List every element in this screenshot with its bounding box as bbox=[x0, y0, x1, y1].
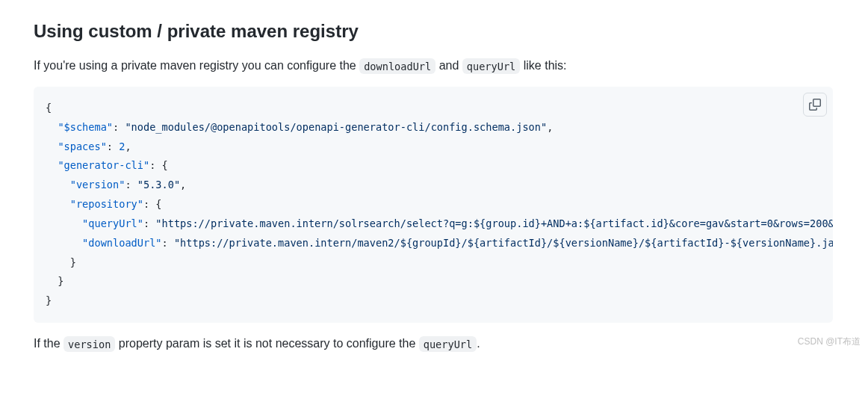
code-indent bbox=[46, 198, 70, 210]
section-heading: Using custom / private maven registry bbox=[34, 18, 833, 45]
code-indent bbox=[46, 140, 58, 152]
intro-text-2: and bbox=[435, 59, 462, 72]
code-comma: , bbox=[180, 179, 186, 191]
code-sep: : bbox=[162, 237, 174, 249]
code-key: "repository" bbox=[70, 198, 143, 210]
inline-code-version: version bbox=[63, 336, 115, 352]
code-indent bbox=[46, 217, 82, 229]
outro-text-1: If the bbox=[34, 337, 63, 350]
code-sep: : bbox=[113, 121, 125, 133]
code-content[interactable]: { "$schema": "node_modules/@openapitools… bbox=[34, 87, 833, 323]
code-indent bbox=[46, 159, 58, 171]
code-string: "https://private.maven.intern/solrsearch… bbox=[155, 217, 833, 229]
code-key: "version" bbox=[70, 179, 125, 191]
code-sep: : bbox=[125, 179, 137, 191]
code-key: "spaces" bbox=[58, 140, 106, 152]
code-key: "downloadUrl" bbox=[82, 237, 161, 249]
code-line: { bbox=[46, 102, 52, 114]
code-key: "queryUrl" bbox=[82, 217, 143, 229]
code-string: "https://private.maven.intern/maven2/${g… bbox=[174, 237, 833, 249]
code-indent bbox=[46, 237, 82, 249]
inline-code-queryurl-2: queryUrl bbox=[419, 336, 477, 352]
copy-button[interactable] bbox=[803, 93, 827, 117]
code-indent bbox=[46, 121, 58, 133]
code-sep: : bbox=[107, 140, 119, 152]
inline-code-queryurl: queryUrl bbox=[462, 58, 520, 74]
intro-text-1: If you're using a private maven registry… bbox=[34, 59, 359, 72]
code-sep: : bbox=[143, 217, 155, 229]
code-key: "$schema" bbox=[58, 121, 113, 133]
code-sep: : { bbox=[149, 159, 168, 171]
code-comma: , bbox=[547, 121, 553, 133]
intro-paragraph: If you're using a private maven registry… bbox=[34, 57, 833, 75]
code-line: } bbox=[46, 294, 52, 306]
inline-code-downloadurl: downloadUrl bbox=[359, 58, 435, 74]
watermark: CSDN @IT布道 bbox=[798, 335, 861, 348]
code-string: "node_modules/@openapitools/openapi-gene… bbox=[125, 121, 547, 133]
code-block: { "$schema": "node_modules/@openapitools… bbox=[34, 87, 833, 323]
code-line: } bbox=[46, 256, 76, 268]
code-string: "5.3.0" bbox=[137, 179, 180, 191]
code-comma: , bbox=[125, 140, 131, 152]
code-sep: : { bbox=[143, 198, 162, 210]
code-key: "generator-cli" bbox=[58, 159, 149, 171]
copy-icon bbox=[809, 99, 821, 111]
outro-paragraph: If the version property param is set it … bbox=[34, 335, 833, 353]
intro-text-3: like this: bbox=[520, 59, 566, 72]
code-indent bbox=[46, 179, 70, 191]
code-line: } bbox=[46, 275, 64, 287]
outro-text-3: . bbox=[477, 337, 480, 350]
outro-text-2: property param is set it is not necessar… bbox=[115, 337, 418, 350]
